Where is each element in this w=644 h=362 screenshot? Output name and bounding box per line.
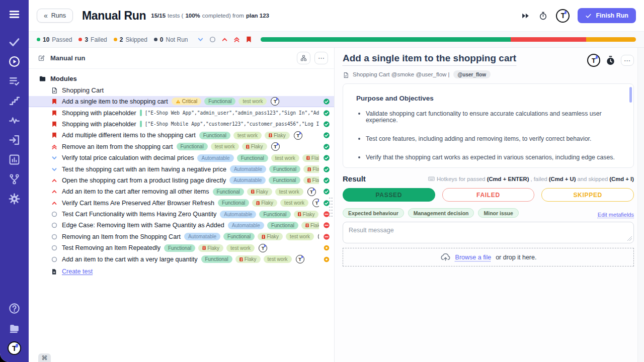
tag-test-work[interactable]: test work	[271, 154, 299, 162]
priority-normal-icon[interactable]	[197, 36, 204, 43]
test-row[interactable]: Removing an Item from the Shopping CartA…	[29, 231, 334, 242]
test-row[interactable]: Edge Case: Removing Item with Same Quant…	[29, 220, 334, 231]
result-failed-button[interactable]: FAILED	[442, 188, 535, 202]
sidebar-bar-chart-icon[interactable]	[8, 153, 21, 166]
card-scrollbar-thumb[interactable]	[629, 87, 632, 103]
priority-high-icon[interactable]	[221, 36, 228, 43]
tag-functional[interactable]: Functional	[213, 188, 244, 196]
assignee-avatar[interactable]: T	[294, 131, 302, 140]
tag-functional[interactable]: Functional	[199, 132, 230, 139]
result-passed-button[interactable]: PASSED	[343, 188, 435, 202]
tag-flaky[interactable]: Flaky	[247, 188, 272, 196]
tree-view-button[interactable]	[297, 52, 310, 64]
tag-flaky[interactable]: Flaky	[258, 233, 283, 240]
command-key-badge[interactable]: ⌘	[38, 353, 51, 362]
sidebar-menu-icon[interactable]	[8, 8, 21, 21]
app-logo-icon[interactable]: T	[8, 341, 21, 355]
assignee-avatar[interactable]: T	[587, 54, 600, 67]
tag-functional[interactable]: Functional	[269, 176, 300, 184]
tag-flaky[interactable]: Flaky	[294, 211, 319, 218]
sidebar-steps-icon[interactable]	[8, 95, 21, 107]
tag-functional[interactable]: Functional	[259, 211, 290, 218]
detail-scrollbar-gutter[interactable]	[637, 48, 644, 362]
tag-flaky[interactable]: Flaky	[303, 165, 319, 173]
sidebar-gear-icon[interactable]	[8, 193, 21, 205]
tag-test-work[interactable]: test work	[226, 244, 255, 252]
count-failed[interactable]: 3Failed	[78, 36, 107, 43]
metafield-expected-behaviour[interactable]: Expected behaviour	[343, 208, 404, 218]
tag-flaky[interactable]: Flaky	[303, 176, 319, 184]
fast-forward-icon[interactable]	[521, 11, 530, 21]
priority-highest-icon[interactable]	[233, 36, 240, 43]
tag-test-work[interactable]: test work	[275, 188, 303, 196]
test-row[interactable]: Test Cart Functionality with Items Havin…	[29, 209, 334, 220]
tag-functional[interactable]: Functional	[267, 222, 298, 229]
tag-functional[interactable]: Functional	[237, 154, 268, 162]
tag-critical[interactable]: Critical	[172, 98, 202, 105]
tag-test-work[interactable]: test work	[211, 143, 239, 150]
tag-automatable[interactable]: Automatable	[229, 176, 266, 184]
test-row[interactable]: Add a single item to the shopping cartCr…	[29, 96, 334, 107]
priority-none-icon[interactable]	[209, 36, 216, 43]
tag-flaky[interactable]: Flaky	[302, 154, 319, 162]
tag-flaky[interactable]: Flaky	[242, 143, 267, 150]
tag-functional[interactable]: Functional	[223, 233, 255, 240]
assignee-avatar[interactable]: T	[259, 244, 267, 252]
test-row[interactable]: Add an item to the cart after removing a…	[29, 186, 334, 197]
modules-node[interactable]: Modules	[29, 73, 334, 84]
test-title[interactable]: Add a single item to the shopping cart	[343, 53, 516, 66]
result-skipped-button[interactable]: SKIPPED	[541, 188, 634, 202]
tag-functional[interactable]: Functional	[177, 143, 208, 150]
file-dropzone[interactable]: Browse a file or drop it here.	[343, 248, 634, 266]
count-passed[interactable]: 10Passed	[37, 36, 72, 43]
assignee-avatar[interactable]: T	[296, 255, 304, 263]
create-test-row[interactable]: Create test	[29, 265, 334, 278]
sidebar-help-icon[interactable]	[8, 302, 21, 315]
edit-run-icon[interactable]	[38, 54, 45, 62]
test-row[interactable]: Test the shopping cart with an item havi…	[29, 163, 334, 174]
tag-automatable[interactable]: Automatable	[220, 211, 256, 218]
priority-critical-icon[interactable]	[245, 36, 253, 43]
assignee-avatar[interactable]: T	[312, 199, 319, 207]
suite-node-shopping-cart[interactable]: Shopping Cart	[29, 84, 334, 96]
sidebar-pulse-icon[interactable]	[8, 114, 21, 127]
panel-resize-handle[interactable]	[329, 197, 333, 217]
tree-more-button[interactable]: ⋯	[314, 52, 328, 64]
back-to-runs-button[interactable]: « Runs	[37, 9, 73, 23]
tag-flaky[interactable]: Flaky	[265, 132, 290, 139]
test-row[interactable]: Test Removing an Item RepeatedlyFunction…	[29, 242, 334, 253]
tag-functional[interactable]: Functional	[218, 199, 249, 207]
test-row[interactable]: Verify total price calculation with deci…	[29, 152, 334, 163]
tag-functional[interactable]: Functional	[204, 98, 235, 105]
tag-automatable[interactable]: Automatable	[230, 165, 266, 173]
textarea-resize-handle[interactable]	[627, 236, 632, 241]
sidebar-import-icon[interactable]	[8, 134, 21, 146]
edit-metafields-link[interactable]: Edit metafields	[598, 212, 634, 218]
tag-flaky[interactable]: Flaky	[235, 255, 261, 263]
assignee-avatar[interactable]: T	[307, 188, 316, 196]
test-row[interactable]: Add an item to the cart with a very larg…	[29, 253, 334, 264]
tag-test-work[interactable]: test work	[280, 199, 308, 207]
user-avatar[interactable]: T	[556, 9, 570, 23]
assignee-avatar[interactable]: T	[271, 97, 279, 106]
test-row[interactable]: Add multiple different items to the shop…	[29, 130, 334, 141]
sidebar-play-circle-icon[interactable]	[8, 55, 21, 68]
metafield-minor-issue[interactable]: Minor issue	[478, 208, 518, 218]
tag-automatable[interactable]: Automatable	[184, 233, 220, 240]
browse-file-link[interactable]: Browse a file	[455, 254, 492, 261]
tag-automatable[interactable]: Automatable	[197, 154, 233, 162]
timer-icon[interactable]	[538, 11, 548, 21]
test-row[interactable]: Open the shopping cart from a product li…	[29, 175, 334, 186]
count-skipped[interactable]: 2Skipped	[114, 36, 147, 43]
tag-functional[interactable]: Functional	[201, 255, 232, 263]
tag-test-work[interactable]: test work	[286, 233, 314, 240]
finish-run-button[interactable]: Finish Run	[578, 8, 636, 23]
test-row[interactable]: Shopping with placeholder ["E-Shop Web A…	[29, 107, 334, 118]
tag-test-work[interactable]: test work	[238, 98, 267, 105]
count-not-run[interactable]: 0Not Run	[154, 36, 188, 43]
tag-flaky[interactable]: Flaky	[301, 222, 319, 229]
test-row[interactable]: Shopping with placeholder ["E-Shop Mobil…	[29, 119, 334, 130]
sidebar-folders-icon[interactable]	[8, 322, 21, 334]
sidebar-list-check-icon[interactable]	[8, 75, 21, 87]
test-row[interactable]: Verify Cart Items Are Preserved After Br…	[29, 198, 334, 209]
